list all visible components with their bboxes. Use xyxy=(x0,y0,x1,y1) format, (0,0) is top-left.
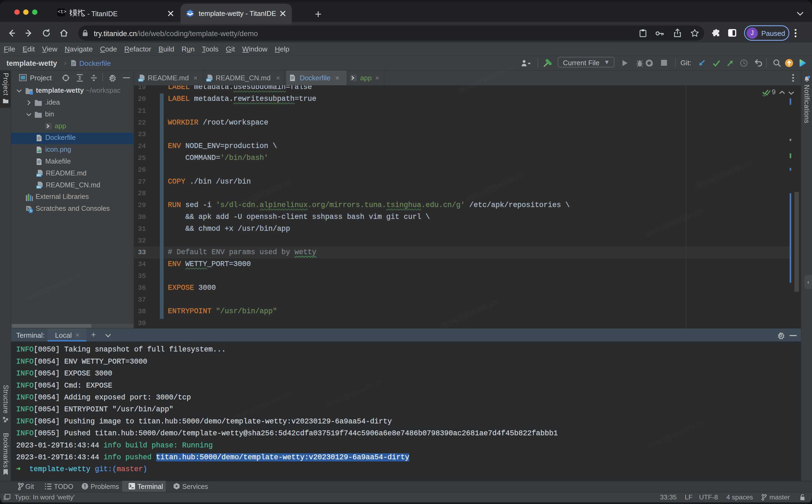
svg-text:MD: MD xyxy=(37,185,41,189)
svg-text:MD: MD xyxy=(37,174,41,177)
svg-text:MD: MD xyxy=(139,78,143,82)
svg-text:</>: </> xyxy=(188,11,192,14)
svg-text:MD: MD xyxy=(207,78,211,82)
